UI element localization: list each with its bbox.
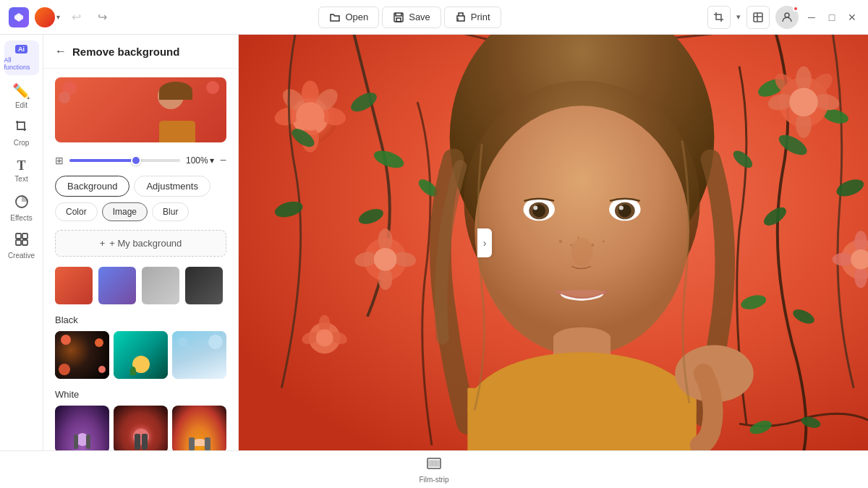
- sidebar-item-effects[interactable]: Effects: [4, 191, 39, 226]
- tab-adjustments[interactable]: Adjustments: [134, 176, 210, 197]
- crop-icon-btn[interactable]: [707, 6, 731, 29]
- open-button[interactable]: Open: [318, 7, 379, 28]
- svg-point-57: [789, 87, 818, 116]
- bg-grid-white: [55, 406, 226, 450]
- avatar-chevron: ▾: [56, 13, 60, 21]
- titlebar-right: ▾ ─ □ ✕: [707, 6, 859, 29]
- crop-label: Crop: [14, 139, 30, 147]
- svg-point-79: [619, 206, 624, 210]
- svg-point-71: [475, 106, 689, 356]
- bg-tile-white-2[interactable]: [114, 406, 168, 450]
- panel-title: Remove background: [72, 46, 179, 58]
- icon-dropdown-arrow[interactable]: ▾: [736, 12, 741, 22]
- user-avatar: [35, 7, 55, 27]
- sidebar-item-ai[interactable]: Ai All functions: [4, 40, 39, 75]
- bg-tile-black-2[interactable]: [114, 331, 168, 379]
- thumb-3[interactable]: [142, 267, 179, 304]
- filmstrip-label: Film-strip: [419, 476, 448, 484]
- sidebar-item-edit[interactable]: ✏️ Edit: [4, 78, 39, 113]
- text-label: Text: [14, 175, 27, 183]
- print-label: Print: [471, 12, 490, 22]
- svg-point-1: [17, 15, 21, 20]
- bg-tile-black-1[interactable]: [55, 331, 109, 379]
- panel: ← Remove background ⊞: [43, 35, 239, 450]
- back-button[interactable]: ←: [55, 45, 67, 58]
- zoom-out-icon[interactable]: ⊞: [55, 155, 64, 166]
- zoom-control: ⊞ 100% ▾ −: [43, 151, 238, 176]
- thumb-4[interactable]: [185, 267, 223, 304]
- bg-grid-black: [55, 331, 226, 379]
- svg-point-41: [316, 330, 333, 347]
- canvas-area: ›: [239, 35, 868, 450]
- bg-tile-black-3[interactable]: [172, 331, 226, 379]
- svg-point-87: [553, 328, 610, 349]
- ai-badge: Ai: [15, 45, 27, 53]
- crop-icon: [14, 119, 29, 137]
- svg-point-84: [603, 241, 605, 243]
- print-button[interactable]: Print: [444, 7, 501, 28]
- open-label: Open: [345, 12, 368, 22]
- add-background-button[interactable]: + + My background: [55, 230, 226, 257]
- text-icon: T: [17, 158, 25, 174]
- svg-rect-11: [16, 240, 21, 245]
- svg-rect-94: [433, 461, 435, 466]
- svg-point-80: [571, 238, 593, 267]
- svg-rect-12: [22, 240, 27, 245]
- bg-tile-white-3[interactable]: [172, 406, 226, 450]
- subtab-blur[interactable]: Blur: [152, 202, 189, 221]
- sidebar-item-crop[interactable]: Crop: [4, 116, 39, 150]
- creative-label: Creative: [8, 252, 35, 260]
- bottom-bar: Film-strip: [0, 450, 868, 488]
- svg-rect-9: [16, 234, 21, 239]
- minimize-button[interactable]: ─: [804, 10, 819, 25]
- subtab-color[interactable]: Color: [55, 202, 98, 221]
- save-button[interactable]: Save: [382, 7, 441, 28]
- zoom-value[interactable]: 100% ▾: [186, 155, 214, 166]
- add-bg-label: + My background: [109, 238, 182, 249]
- edit-icon: ✏️: [12, 82, 30, 100]
- effects-label: Effects: [10, 214, 32, 222]
- tab-background[interactable]: Background: [55, 176, 129, 197]
- titlebar-center: Open Save Print: [118, 7, 702, 28]
- svg-point-75: [533, 206, 537, 210]
- maximize-button[interactable]: □: [825, 10, 839, 25]
- main-layout: Ai All functions ✏️ Edit Crop T Text Eff…: [0, 35, 868, 450]
- zoom-percentage: 100%: [186, 155, 208, 166]
- thumb-1[interactable]: [55, 267, 93, 304]
- user-profile-button[interactable]: [775, 6, 799, 29]
- svg-rect-89: [467, 388, 696, 450]
- svg-point-85: [577, 237, 579, 239]
- canvas-image: [239, 35, 868, 450]
- save-label: Save: [409, 12, 430, 22]
- back-icon: ←: [55, 45, 67, 58]
- svg-rect-93: [429, 461, 432, 466]
- svg-point-61: [854, 231, 867, 252]
- plus-icon: +: [100, 238, 106, 249]
- sidebar-item-creative[interactable]: Creative: [4, 228, 39, 263]
- app-icon: [9, 7, 29, 27]
- sidebar-item-text[interactable]: T Text: [4, 153, 39, 188]
- bg-tile-white-1[interactable]: [55, 406, 109, 450]
- svg-rect-4: [754, 13, 762, 22]
- zoom-thumb[interactable]: [131, 155, 141, 166]
- section-label-white: White: [55, 389, 226, 400]
- collapse-handle[interactable]: ›: [477, 228, 492, 257]
- thumb-2[interactable]: [98, 267, 136, 304]
- close-button[interactable]: ✕: [845, 10, 859, 25]
- zoom-minus-icon[interactable]: −: [220, 154, 226, 167]
- filmstrip-button[interactable]: Film-strip: [413, 453, 454, 487]
- layout-icon-btn[interactable]: [746, 6, 770, 29]
- panel-content: + + My background Black: [43, 230, 238, 450]
- subtab-image[interactable]: Image: [102, 202, 148, 221]
- creative-icon: [14, 232, 29, 250]
- zoom-slider[interactable]: [69, 159, 180, 162]
- svg-rect-95: [436, 461, 439, 466]
- titlebar: ▾ ↩ ↪ Open Save Print ▾: [0, 0, 868, 35]
- svg-point-82: [570, 244, 572, 246]
- sub-tab-row: Color Image Blur: [43, 202, 238, 221]
- undo-button[interactable]: ↩: [66, 7, 86, 27]
- svg-point-36: [374, 248, 397, 271]
- avatar-button[interactable]: ▾: [35, 7, 60, 27]
- redo-button[interactable]: ↪: [92, 7, 112, 27]
- effects-icon: [14, 194, 29, 213]
